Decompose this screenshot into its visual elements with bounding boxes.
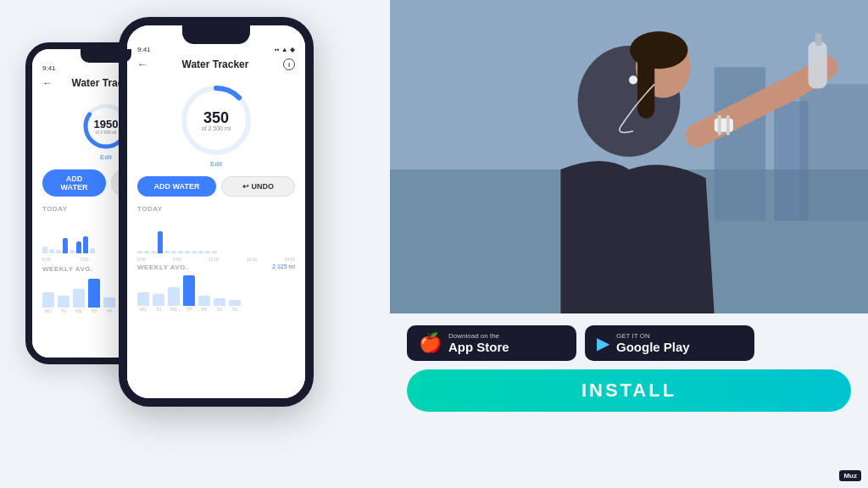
svg-rect-18 [726, 115, 730, 136]
weekly-chart-front: MO TU WE TH FR SA SU [127, 273, 305, 315]
svg-rect-13 [809, 42, 827, 88]
apple-icon: 🍎 [419, 334, 442, 352]
photo-background [390, 0, 868, 313]
svg-rect-6 [715, 67, 765, 220]
apple-store-button[interactable]: 🍎 Download on the App Store [407, 325, 576, 361]
svg-rect-16 [715, 119, 733, 132]
app-header-front: ← Water Tracker i [127, 55, 305, 75]
add-water-button-back[interactable]: ADD WATER [42, 169, 106, 197]
svg-rect-14 [815, 33, 822, 46]
phone-notch-back [81, 49, 131, 63]
status-bar-front: 9:41 ▪▪ ▲ ◆ [127, 44, 305, 55]
info-icon-front[interactable]: i [283, 58, 295, 70]
google-play-button[interactable]: ▶ GET IT ON Google Play [585, 325, 754, 361]
phone-notch-front [182, 25, 250, 44]
back-arrow-icon-front: ← [137, 58, 147, 70]
progress-circle-front: 350 of 2 500 ml [178, 82, 254, 158]
phone-front-mockup: 9:41 ▪▪ ▲ ◆ ← Water Tracker i 350 of 2 5… [119, 17, 314, 407]
install-button[interactable]: INSTALL [407, 369, 851, 412]
right-panel: 🍎 Download on the App Store ▶ GET IT ON … [390, 0, 868, 488]
svg-rect-17 [718, 115, 721, 136]
today-chart-front [127, 214, 305, 257]
button-row-front: ADD WATER ↩ UNDO [127, 171, 305, 202]
undo-button-front[interactable]: ↩ UNDO [221, 176, 295, 197]
svg-rect-12 [637, 50, 654, 119]
add-water-button-front[interactable]: ADD WATER [137, 176, 216, 197]
circle-container-front: 350 of 2 500 ml Edit [127, 75, 305, 171]
back-arrow-icon: ← [42, 77, 53, 89]
svg-point-15 [629, 75, 637, 84]
google-play-icon: ▶ [597, 335, 609, 352]
weekly-header-front: WEEKLY AVG. 2 125 ml [127, 262, 305, 273]
bottom-area: 🍎 Download on the App Store ▶ GET IT ON … [390, 313, 868, 488]
watermark: Muz [839, 470, 861, 481]
svg-rect-8 [799, 84, 868, 220]
left-panel: 9:41 ▪▪▪ ← Water Tracker 1950 of 2 500 m… [0, 0, 390, 488]
photo-area [390, 0, 868, 313]
store-buttons-row: 🍎 Download on the App Store ▶ GET IT ON … [407, 325, 851, 361]
